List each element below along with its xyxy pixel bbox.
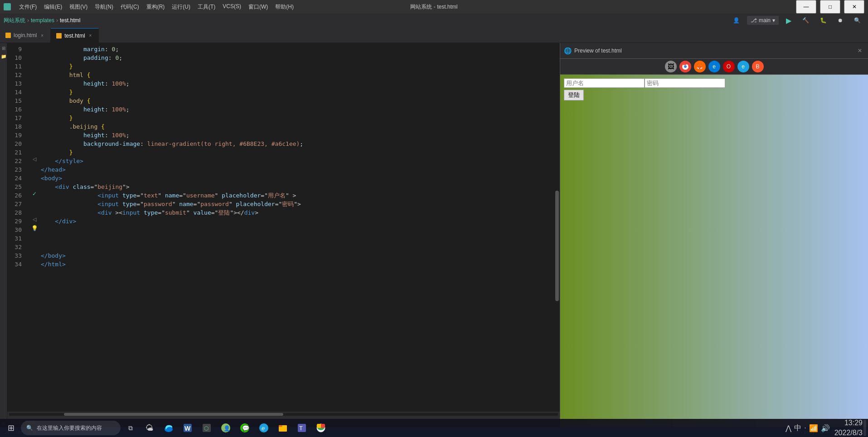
- horizontal-scrollbar[interactable]: [7, 412, 560, 417]
- systray-volume[interactable]: 🔊: [821, 424, 830, 432]
- code-line[interactable]: <input type="password" name="password" p…: [41, 200, 554, 208]
- image-browser-btn[interactable]: 🖼: [665, 61, 677, 72]
- code-line[interactable]: }: [41, 88, 554, 96]
- breadcrumb-root[interactable]: 网站系统: [4, 17, 25, 24]
- profile-button[interactable]: ⏺: [834, 14, 847, 27]
- taskbar-chrome[interactable]: [312, 420, 330, 436]
- menu-view[interactable]: 视图(V): [67, 2, 90, 12]
- taskbar-avatar[interactable]: 👤: [217, 420, 235, 436]
- taskbar-edge[interactable]: [160, 420, 178, 436]
- breadcrumb-folder[interactable]: templates: [31, 17, 54, 24]
- menu-vcs[interactable]: VCS(S): [220, 2, 244, 12]
- preview-submit-row: [564, 90, 725, 101]
- preview-password-input[interactable]: [645, 78, 725, 88]
- menu-window[interactable]: 窗口(W): [246, 2, 271, 12]
- code-line[interactable]: background-image: linear-gradient(to rig…: [41, 139, 554, 148]
- taskbar-explorer[interactable]: [274, 420, 292, 436]
- preview-submit-button[interactable]: [564, 90, 584, 101]
- code-line[interactable]: </style>: [41, 157, 554, 165]
- code-line[interactable]: height: 100%;: [41, 131, 554, 139]
- code-line[interactable]: [41, 243, 554, 251]
- line-number: 15: [7, 96, 25, 105]
- preview-username-input[interactable]: [564, 78, 645, 88]
- code-line[interactable]: padding: 0;: [41, 53, 554, 62]
- editor-area: 9101112131415161718192021222324252627282…: [7, 43, 560, 427]
- tab-close-login[interactable]: ×: [39, 33, 45, 38]
- code-line[interactable]: </body>: [41, 251, 554, 260]
- code-line[interactable]: </head>: [41, 165, 554, 174]
- ie-btn[interactable]: e: [737, 61, 749, 72]
- menu-help[interactable]: 帮助(H): [272, 2, 296, 12]
- edge-btn[interactable]: e: [708, 61, 720, 72]
- sidebar-icon-2[interactable]: 📁: [0, 53, 7, 59]
- tab-test-html[interactable]: test.html ×: [51, 28, 99, 43]
- minimize-button[interactable]: —: [796, 0, 816, 14]
- code-line[interactable]: body {: [41, 96, 554, 105]
- close-button[interactable]: ✕: [844, 0, 864, 14]
- code-line[interactable]: <div class="beijing">: [41, 182, 554, 191]
- code-line[interactable]: [41, 226, 554, 234]
- menu-file[interactable]: 文件(F): [16, 2, 39, 12]
- tab-login-html[interactable]: login.html ×: [0, 28, 51, 43]
- menu-tools[interactable]: 工具(T): [195, 2, 218, 12]
- debug-button[interactable]: 🐛: [816, 14, 830, 27]
- code-line[interactable]: }: [41, 62, 554, 71]
- systray-up-arrow[interactable]: ⋀: [786, 424, 791, 432]
- show-desktop[interactable]: [863, 420, 866, 436]
- account-button[interactable]: 👤: [729, 14, 743, 27]
- taskbar-teams[interactable]: T: [293, 420, 311, 436]
- menu-navigate[interactable]: 导航(N): [92, 2, 116, 12]
- chrome-btn[interactable]: [679, 61, 691, 72]
- code-line[interactable]: height: 100%;: [41, 79, 554, 88]
- svg-text:👤: 👤: [223, 425, 230, 432]
- branch-button[interactable]: ⎇ main ▾: [747, 16, 779, 25]
- code-line[interactable]: .beijing {: [41, 122, 554, 131]
- search-button[interactable]: 🔍: [850, 14, 864, 27]
- code-line[interactable]: height: 100%;: [41, 105, 554, 114]
- taskbar-wechat[interactable]: 💬: [236, 420, 254, 436]
- svg-text:T: T: [299, 425, 303, 432]
- taskbar-app3[interactable]: ⬡: [198, 420, 216, 436]
- code-line[interactable]: }: [41, 148, 554, 157]
- toolbar-right: 👤 ⎇ main ▾ ▶ 🔨 🐛 ⏺ 🔍: [729, 14, 864, 27]
- code-line[interactable]: margin: 0;: [41, 45, 554, 53]
- code-line[interactable]: </div>: [41, 217, 554, 226]
- code-line[interactable]: html {: [41, 71, 554, 79]
- code-line[interactable]: <div ><input type="submit" value="登陆"></…: [41, 208, 554, 217]
- preview-close-button[interactable]: ✕: [855, 47, 864, 55]
- code-line[interactable]: <input type="text" name="username" place…: [41, 191, 554, 200]
- taskbar-ie[interactable]: e: [255, 420, 273, 436]
- scroll-thumb: [555, 191, 559, 301]
- code-line[interactable]: <body>: [41, 174, 554, 182]
- run-button[interactable]: ▶: [782, 14, 795, 27]
- build-button[interactable]: 🔨: [799, 14, 813, 27]
- taskbar-word[interactable]: W: [179, 420, 197, 436]
- code-line[interactable]: [41, 234, 554, 243]
- sidebar-icon-1[interactable]: ⊞: [0, 45, 7, 51]
- menu-code[interactable]: 代码(C): [118, 2, 142, 12]
- tab-close-test[interactable]: ×: [88, 33, 93, 38]
- code-line[interactable]: }: [41, 114, 554, 122]
- brave-btn[interactable]: B: [752, 61, 764, 72]
- menu-refactor[interactable]: 重构(R): [144, 2, 168, 12]
- taskbar-search[interactable]: 🔍 在这里输入你要搜索的内容: [21, 421, 121, 435]
- start-button[interactable]: ⊞: [2, 420, 20, 436]
- vertical-scrollbar[interactable]: [554, 43, 560, 412]
- taskbar-clock[interactable]: 13:29 2022/8/3: [834, 418, 863, 437]
- editor-gutter: ◁✓◁💡: [30, 43, 39, 412]
- opera-btn[interactable]: O: [723, 61, 735, 72]
- systray-lang[interactable]: 中: [794, 423, 801, 433]
- taskbar-weather[interactable]: 🌤: [141, 420, 159, 436]
- browser-toolbar: 🖼 🦊 e O e B: [560, 59, 868, 75]
- search-icon: 🔍: [26, 425, 33, 431]
- taskbar-task-view[interactable]: ⧉: [121, 420, 140, 436]
- gutter-item: [30, 258, 39, 267]
- systray-wifi[interactable]: 📶: [809, 424, 818, 432]
- menu-run[interactable]: 运行(U): [169, 2, 193, 12]
- maximize-button[interactable]: □: [820, 0, 840, 14]
- firefox-btn[interactable]: 🦊: [694, 61, 706, 72]
- menu-edit[interactable]: 编辑(E): [41, 2, 65, 12]
- line-number: 22: [7, 157, 25, 165]
- code-line[interactable]: </html>: [41, 260, 554, 269]
- code-content[interactable]: margin: 0; padding: 0; } html { height: …: [39, 43, 554, 412]
